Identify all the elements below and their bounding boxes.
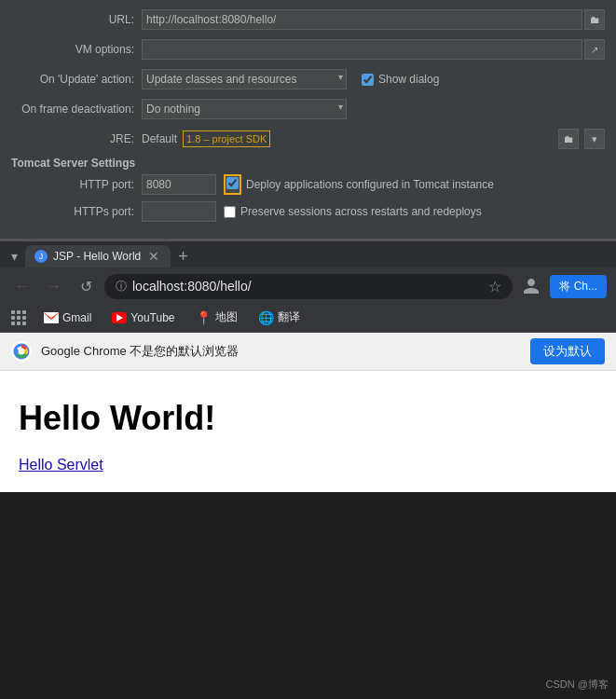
url-browse-icon[interactable]: 🖿 <box>584 9 605 30</box>
preserve-option-text: Preserve sessions across restarts and re… <box>240 205 482 218</box>
jre-label: JRE: <box>11 132 142 145</box>
svg-point-3 <box>19 349 25 355</box>
on-frame-select-wrapper: Do nothing <box>142 99 347 119</box>
vm-options-input-group: ↗ <box>142 39 605 60</box>
deploy-checkbox[interactable] <box>226 177 239 189</box>
page-content: Hello World! Hello Servlet <box>0 371 616 492</box>
on-update-select-wrapper: Update classes and resources <box>142 69 347 89</box>
deploy-option-row: Deploy applications configured in Tomcat… <box>224 174 494 195</box>
tomcat-section-header: Tomcat Server Settings <box>11 157 605 170</box>
tab-dropdown-button[interactable]: ▾ <box>6 245 23 267</box>
back-button[interactable]: ← <box>9 273 35 299</box>
jre-row: JRE: Default 1.8 – project SDK 🖿 ▾ <box>11 127 605 151</box>
deploy-checkbox-wrapper <box>224 174 241 195</box>
bookmark-gmail-label: Gmail <box>62 311 91 324</box>
translate-icon: 🌐 <box>258 310 274 325</box>
tab-title: JSP - Hello World <box>53 250 141 263</box>
on-frame-select[interactable]: Do nothing <box>142 99 347 119</box>
on-update-select[interactable]: Update classes and resources <box>142 69 347 89</box>
jre-browse-icon[interactable]: 🖿 <box>558 129 579 149</box>
bookmark-maps[interactable]: 📍 地图 <box>191 308 242 327</box>
https-port-input[interactable] <box>142 201 216 222</box>
on-frame-row: On frame deactivation: Do nothing <box>11 97 605 121</box>
https-port-label: HTTPs port: <box>58 205 142 218</box>
bookmark-translate-label: 翻译 <box>278 309 300 325</box>
show-dialog-checkbox[interactable] <box>362 74 374 86</box>
watermark: CSDN @博客 <box>546 678 609 692</box>
vm-options-label: VM options: <box>11 43 142 56</box>
url-bar[interactable]: ⓘ localhost:8080/hello/ ☆ <box>104 274 513 299</box>
jre-default-text: Default <box>142 132 177 145</box>
https-port-row: HTTPs port: Preserve sessions across res… <box>11 200 605 223</box>
http-port-label: HTTP port: <box>58 178 142 191</box>
bookmark-youtube-label: YouTube <box>130 311 174 324</box>
maps-icon: 📍 <box>196 310 212 325</box>
profile-button[interactable] <box>518 273 544 299</box>
set-default-button[interactable]: 设为默认 <box>530 338 605 364</box>
bookmark-gmail[interactable]: Gmail <box>39 309 96 326</box>
bookmark-maps-label: 地图 <box>215 309 238 325</box>
page-heading: Hello World! <box>19 399 597 438</box>
url-display: localhost:8080/hello/ <box>132 279 483 294</box>
deploy-option-text: Deploy applications configured in Tomcat… <box>246 178 494 191</box>
bookmarks-bar: Gmail YouTube 📍 地图 🌐 翻译 <box>0 305 616 333</box>
extend-button[interactable]: 将 Ch... <box>550 275 607 298</box>
apps-button[interactable] <box>9 308 28 327</box>
forward-button[interactable]: → <box>41 273 67 299</box>
hello-servlet-link[interactable]: Hello Servlet <box>19 457 103 473</box>
gmail-icon <box>44 312 59 323</box>
tab-close-button[interactable]: ✕ <box>146 250 161 263</box>
url-label: URL: <box>11 13 142 26</box>
chrome-logo-icon <box>11 341 32 362</box>
vm-options-expand-icon[interactable]: ↗ <box>584 39 605 60</box>
vm-options-row: VM options: ↗ <box>11 37 605 62</box>
ide-config-panel: URL: 🖿 VM options: ↗ On 'Update' action:… <box>0 0 616 240</box>
on-frame-label: On frame deactivation: <box>11 103 142 116</box>
youtube-icon <box>112 312 127 323</box>
http-port-row: HTTP port: Deploy applications configure… <box>11 173 605 196</box>
bookmark-youtube[interactable]: YouTube <box>107 309 179 326</box>
tab-favicon: J <box>34 250 48 263</box>
address-bar: ← → ↺ ⓘ localhost:8080/hello/ ☆ 将 Ch... <box>0 267 616 305</box>
youtube-play-icon <box>116 314 123 322</box>
show-dialog-label[interactable]: Show dialog <box>362 73 439 86</box>
on-update-row: On 'Update' action: Update classes and r… <box>11 67 605 91</box>
url-row: URL: 🖿 <box>11 7 605 32</box>
http-port-input[interactable] <box>142 174 216 195</box>
bookmark-translate[interactable]: 🌐 翻译 <box>253 308 305 327</box>
vm-options-input[interactable] <box>142 39 582 60</box>
chrome-info-text: Google Chrome 不是您的默认浏览器 <box>41 343 521 360</box>
jre-dropdown-icon[interactable]: ▾ <box>584 129 605 149</box>
jre-badge: 1.8 – project SDK <box>183 130 270 147</box>
refresh-button[interactable]: ↺ <box>73 273 99 299</box>
url-input[interactable] <box>142 9 582 30</box>
browser-panel: ▾ J JSP - Hello World ✕ + ← → ↺ ⓘ localh… <box>0 240 616 492</box>
url-input-group: 🖿 <box>142 9 605 30</box>
browser-chrome: ▾ J JSP - Hello World ✕ + ← → ↺ ⓘ localh… <box>0 241 616 371</box>
on-update-label: On 'Update' action: <box>11 73 142 86</box>
new-tab-button[interactable]: + <box>172 247 194 267</box>
lock-icon: ⓘ <box>116 279 127 295</box>
chrome-info-bar: Google Chrome 不是您的默认浏览器 设为默认 <box>0 333 616 371</box>
preserve-checkbox[interactable] <box>224 206 236 218</box>
tab-bar: ▾ J JSP - Hello World ✕ + <box>0 241 616 267</box>
preserve-option-row: Preserve sessions across restarts and re… <box>224 205 482 218</box>
bookmark-star-icon[interactable]: ☆ <box>488 278 501 295</box>
apps-grid-icon <box>11 310 26 325</box>
active-tab[interactable]: J JSP - Hello World ✕ <box>25 245 171 267</box>
